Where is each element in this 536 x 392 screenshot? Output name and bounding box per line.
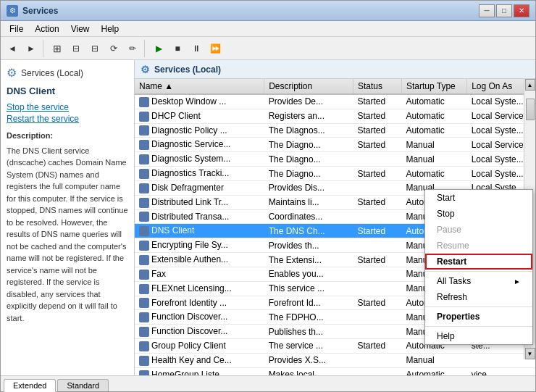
- cell-description: Provides De...: [264, 94, 353, 109]
- cell-name: Disk Defragmenter: [135, 180, 264, 195]
- scroll-down[interactable]: ▼: [525, 348, 535, 359]
- ctx-item-properties[interactable]: Properties: [425, 309, 532, 325]
- cell-name: Diagnostic System...: [135, 152, 264, 167]
- tab-extended[interactable]: Extended: [4, 379, 56, 392]
- table-row[interactable]: Diagnostic Service...The Diagno...Starte…: [135, 138, 535, 152]
- scroll-up[interactable]: ▲: [525, 79, 535, 91]
- cell-name: Diagnostic Service...: [135, 138, 264, 152]
- cell-status: [353, 152, 401, 167]
- cell-status: Started: [353, 224, 401, 238]
- table-row[interactable]: Health Key and Ce...Provides X.S...Manua…: [135, 353, 535, 367]
- address-label: Services (Local): [154, 64, 221, 75]
- cell-name: DNS Client: [135, 224, 264, 238]
- cell-status: [353, 209, 401, 224]
- cell-startup: Manual: [401, 152, 466, 167]
- col-startup[interactable]: Startup Type: [401, 79, 466, 94]
- cell-name: Group Policy Client: [135, 339, 264, 354]
- address-icon: ⚙: [141, 64, 150, 75]
- ctx-item-label: Resume: [437, 241, 469, 251]
- cell-description: This service ...: [264, 281, 353, 296]
- toolbar-btn2[interactable]: ⊟: [67, 40, 85, 57]
- cell-startup: Automatic: [401, 367, 466, 375]
- ctx-item-help[interactable]: Help: [425, 328, 532, 344]
- context-menu: StartStopPauseResumeRestartAll Tasks►Ref…: [424, 189, 533, 345]
- cell-name: DHCP Client: [135, 109, 264, 123]
- cell-status: [353, 180, 401, 195]
- cell-status: Started: [353, 94, 401, 109]
- cell-description: The DNS Ch...: [264, 224, 353, 238]
- main-content: ⚙ Services (Local) DNS Client Stop the s…: [1, 60, 535, 375]
- table-row[interactable]: Diagnostic Policy ...The Diagnos...Start…: [135, 123, 535, 138]
- col-description[interactable]: Description: [264, 79, 353, 94]
- col-status[interactable]: Status: [353, 79, 401, 94]
- toolbar-refresh[interactable]: ⟳: [105, 40, 122, 57]
- ctx-item-restart[interactable]: Restart: [425, 254, 532, 270]
- minimize-button[interactable]: ─: [479, 4, 495, 17]
- toolbar-back[interactable]: ◄: [4, 40, 21, 57]
- bottom-tabs: Extended Standard: [1, 375, 535, 391]
- restart-service-link[interactable]: Restart the service: [7, 114, 128, 124]
- cell-description: Provides X.S...: [264, 353, 353, 367]
- ctx-item-refresh[interactable]: Refresh: [425, 289, 532, 305]
- cell-name: Distributed Link Tr...: [135, 195, 264, 209]
- cell-status: Started: [353, 253, 401, 267]
- cell-status: [353, 367, 401, 375]
- table-row[interactable]: Desktop Window ...Provides De...StartedA…: [135, 94, 535, 109]
- cell-description: Provides th...: [264, 238, 353, 253]
- toolbar-forward[interactable]: ►: [22, 40, 40, 57]
- address-bar: ⚙ Services (Local): [135, 60, 535, 79]
- toolbar-stop[interactable]: ■: [169, 40, 186, 57]
- stop-service-link[interactable]: Stop the service: [7, 102, 128, 112]
- cell-startup: Automatic: [401, 167, 466, 181]
- menu-help[interactable]: Help: [96, 22, 125, 36]
- cell-name: Diagnostic Policy ...: [135, 123, 264, 138]
- toolbar: ◄ ► ⊞ ⊟ ⊟ ⟳ ✏ ▶ ■ ⏸ ⏩: [1, 37, 535, 60]
- col-name[interactable]: Name ▲: [135, 79, 264, 94]
- cell-startup: Manual: [401, 353, 466, 367]
- cell-description: Coordinates...: [264, 209, 353, 224]
- panel-desc-text: The DNS Client service (dnscache) caches…: [7, 146, 128, 322]
- cell-status: Started: [353, 339, 401, 354]
- ctx-item-start[interactable]: Start: [425, 190, 532, 206]
- tab-standard[interactable]: Standard: [57, 379, 109, 391]
- app-icon: ⚙: [7, 5, 18, 17]
- ctx-item-label: Start: [437, 193, 455, 203]
- toolbar-play[interactable]: ▶: [150, 40, 167, 57]
- cell-status: Started: [353, 138, 401, 152]
- ctx-item-stop[interactable]: Stop: [425, 206, 532, 222]
- cell-status: [353, 238, 401, 253]
- table-header-row: Name ▲ Description Status Startup Type: [135, 79, 535, 94]
- cell-description: Registers an...: [264, 109, 353, 123]
- toolbar-restart[interactable]: ⏩: [206, 40, 224, 57]
- ctx-item-label: Help: [437, 331, 455, 341]
- ctx-item-all-tasks[interactable]: All Tasks►: [425, 273, 532, 289]
- window-controls: ─ □ ✕: [479, 4, 529, 17]
- table-row[interactable]: DHCP ClientRegisters an...StartedAutomat…: [135, 109, 535, 123]
- toolbar-btn4[interactable]: ✏: [124, 40, 141, 57]
- cell-description: The Diagno...: [264, 167, 353, 181]
- toolbar-btn3[interactable]: ⊟: [86, 40, 104, 57]
- toolbar-btn1[interactable]: ⊞: [49, 40, 66, 57]
- table-row[interactable]: HomeGroup Liste...Makes local...Automati…: [135, 367, 535, 375]
- cell-description: The Diagnos...: [264, 123, 353, 138]
- left-panel: ⚙ Services (Local) DNS Client Stop the s…: [1, 60, 135, 375]
- cell-status: Started: [353, 296, 401, 310]
- maximize-button[interactable]: □: [496, 4, 512, 17]
- table-row[interactable]: Diagnostics Tracki...The Diagno...Starte…: [135, 167, 535, 181]
- cell-status: [353, 281, 401, 296]
- panel-links: Stop the service Restart the service: [7, 102, 128, 124]
- close-button[interactable]: ✕: [514, 4, 529, 17]
- toolbar-pause[interactable]: ⏸: [188, 40, 205, 57]
- cell-name: Encrypting File Sy...: [135, 238, 264, 253]
- menu-file[interactable]: File: [4, 22, 29, 36]
- panel-service-name: DNS Client: [7, 86, 128, 96]
- menu-view[interactable]: View: [65, 22, 96, 36]
- cell-startup: Manual: [401, 138, 466, 152]
- cell-name: Diagnostics Tracki...: [135, 167, 264, 181]
- table-row[interactable]: Diagnostic System...The Diagno...ManualL…: [135, 152, 535, 167]
- menu-action[interactable]: Action: [29, 22, 64, 36]
- cell-status: [353, 325, 401, 339]
- cell-status: [353, 267, 401, 281]
- ctx-item-label: Properties: [437, 312, 480, 322]
- ctx-item-label: Refresh: [437, 292, 467, 302]
